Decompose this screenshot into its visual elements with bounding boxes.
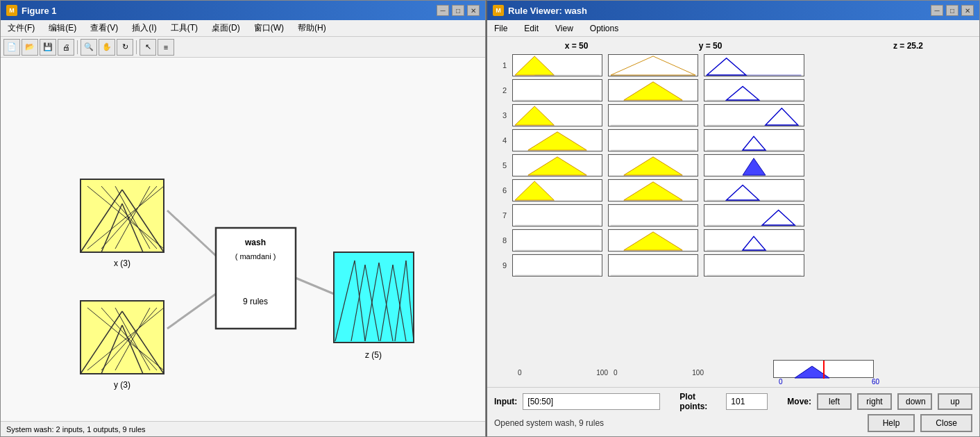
svg-marker-30 [515, 56, 554, 75]
close-btn-fig1[interactable]: ✕ [467, 5, 480, 16]
matlab-icon-rv: M [493, 5, 504, 16]
sep1 [77, 40, 78, 54]
rv-maximize-btn[interactable]: □ [946, 5, 958, 16]
svg-marker-48 [743, 136, 766, 150]
matlab-icon: M [6, 5, 17, 16]
z-out-9 [704, 254, 804, 277]
svg-marker-50 [624, 157, 682, 175]
menu-file[interactable]: 文件(F) [3, 21, 39, 35]
new-btn[interactable]: 📄 [3, 39, 20, 56]
z-axis-pair: 0 60 [779, 378, 879, 386]
y-mf-1 [608, 54, 698, 76]
menu-view[interactable]: 查看(V) [86, 21, 122, 35]
move-down-btn[interactable]: down [897, 393, 932, 410]
table-row: 5 [494, 154, 972, 177]
z-out-2 [704, 79, 804, 101]
rule-num-5: 5 [494, 161, 507, 170]
z-col-header: z = 25.2 [844, 41, 972, 51]
svg-marker-49 [528, 157, 586, 175]
rotate-btn[interactable]: ↻ [117, 39, 133, 56]
x-mf-7 [512, 204, 602, 226]
y-label: y (3) [114, 380, 130, 390]
rule-num-3: 3 [494, 111, 507, 119]
minimize-btn[interactable]: ─ [437, 5, 449, 16]
rv-menu-edit[interactable]: Edit [520, 22, 543, 35]
y-mf-7 [608, 204, 698, 226]
close-button[interactable]: Close [920, 414, 972, 432]
wash-label: wash [244, 238, 266, 247]
help-button[interactable]: Help [868, 414, 915, 432]
figure1-title-bar: M Figure 1 ─ □ ✕ [1, 1, 485, 20]
menu-tools[interactable]: 工具(T) [167, 21, 202, 35]
move-up-btn[interactable]: up [938, 393, 972, 410]
agg-output-cell [773, 360, 874, 378]
x-mf-2 [512, 79, 602, 101]
x-mf-6 [512, 179, 602, 201]
rule-num-4: 4 [494, 136, 507, 145]
x-mf-8 [512, 229, 602, 252]
svg-marker-44 [766, 108, 798, 125]
figure1-window: M Figure 1 ─ □ ✕ 文件(F) 编辑(E) 查看(V) 插入(I)… [0, 0, 486, 437]
cursor-btn[interactable]: ↖ [140, 39, 156, 56]
svg-marker-40 [727, 86, 759, 100]
move-right-btn[interactable]: right [857, 393, 892, 410]
menu-edit[interactable]: 编辑(E) [44, 21, 81, 35]
rule-rows-container: 1 2 [494, 53, 972, 358]
rule-num-2: 2 [494, 86, 507, 94]
svg-marker-41 [515, 106, 554, 125]
svg-marker-33 [611, 56, 695, 75]
menu-help[interactable]: 帮助(H) [294, 21, 330, 35]
rv-menu-options[interactable]: Options [586, 22, 623, 35]
zoom-btn[interactable]: 🔍 [81, 39, 97, 56]
table-row: 6 [494, 179, 972, 202]
x-mf-1 [512, 54, 602, 76]
figure1-title-left: M Figure 1 [6, 5, 57, 16]
print-btn[interactable]: 🖨 [58, 39, 74, 56]
x-axis-pair: 0 100 [518, 369, 608, 377]
input-field[interactable] [523, 393, 660, 410]
wash-detail: ( mamdani ) [235, 252, 276, 261]
legend-btn[interactable]: ≡ [158, 39, 174, 56]
x-axis-max: 100 [596, 369, 608, 377]
table-row: 2 [494, 79, 972, 102]
open-btn[interactable]: 📂 [22, 39, 38, 56]
svg-marker-38 [624, 82, 682, 100]
x-to-wash-line [167, 211, 216, 256]
pan-btn[interactable]: ✋ [99, 39, 115, 56]
y-col-header: y = 50 [646, 41, 775, 51]
axis-labels-row: 0 100 0 100 0 60 [494, 360, 972, 386]
y-axis-max: 100 [692, 369, 704, 377]
rule-num-1: 1 [494, 61, 507, 69]
table-row: 4 [494, 129, 972, 152]
y-mf-9 [608, 254, 698, 277]
move-left-btn[interactable]: left [817, 393, 852, 410]
y-axis-min: 0 [614, 369, 618, 377]
rv-close-btn[interactable]: ✕ [961, 5, 974, 16]
svg-marker-53 [624, 182, 682, 200]
bottom-controls: Input: Plot points: Move: left right dow… [487, 387, 979, 436]
rule-viewer-title-text: Rule Viewer: wash [508, 6, 587, 16]
rule-col-headers: x = 50 y = 50 z = 25.2 [494, 41, 972, 51]
y-mf-3 [608, 104, 698, 126]
save-btn[interactable]: 💾 [40, 39, 56, 56]
table-row: 9 [494, 254, 972, 277]
rv-menu-file[interactable]: File [490, 22, 512, 35]
maximize-btn[interactable]: □ [452, 5, 464, 16]
z-out-8 [704, 229, 804, 252]
plot-points-field[interactable] [726, 393, 768, 410]
x-mf-4 [512, 129, 602, 151]
menu-window[interactable]: 窗口(W) [250, 21, 288, 35]
y-axis-pair: 0 100 [614, 369, 704, 377]
menu-insert[interactable]: 插入(I) [128, 21, 160, 35]
rv-menu-view[interactable]: View [551, 22, 577, 35]
figure1-menu-bar: 文件(F) 编辑(E) 查看(V) 插入(I) 工具(T) 桌面(D) 窗口(W… [1, 20, 485, 37]
rv-minimize-btn[interactable]: ─ [931, 5, 943, 16]
z-axis-min: 0 [779, 378, 783, 386]
svg-marker-59 [762, 211, 795, 226]
table-row: 8 [494, 229, 972, 252]
table-row: 1 [494, 53, 972, 77]
menu-desktop[interactable]: 桌面(D) [208, 21, 244, 35]
rule-num-6: 6 [494, 186, 507, 195]
figure1-canvas: x (3) y (3) wash ( mamdani ) 9 rules [1, 58, 485, 421]
svg-marker-52 [515, 181, 554, 200]
